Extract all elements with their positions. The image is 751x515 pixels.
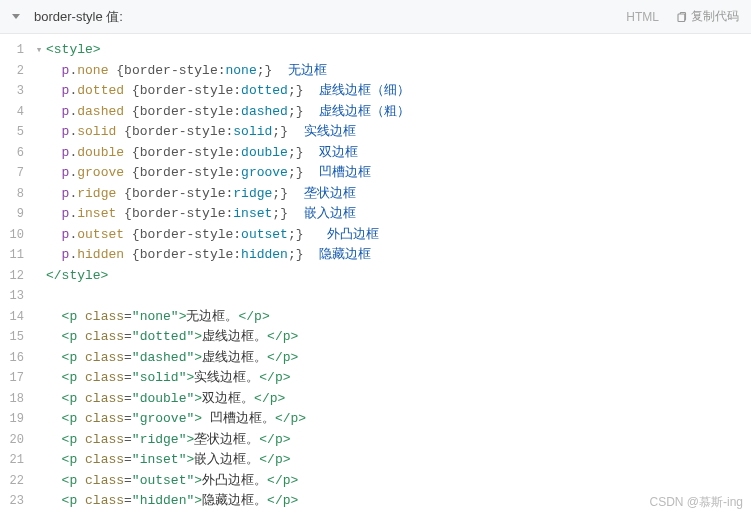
watermark: CSDN @慕斯-ing — [649, 494, 743, 511]
code-line: p.solid {border-style:solid;} 实线边框 — [46, 122, 751, 143]
code-content[interactable]: <style> p.none {border-style:none;} 无边框 … — [46, 34, 751, 512]
code-line: <p class="dotted">虚线边框。</p> — [46, 327, 751, 348]
code-line: <p class="inset">嵌入边框。</p> — [46, 450, 751, 471]
line-gutter: 1234567891011121314151617181920212223 — [0, 34, 32, 512]
copy-code-button[interactable]: 复制代码 — [675, 8, 739, 25]
code-area: 1234567891011121314151617181920212223 ▾ … — [0, 34, 751, 512]
code-line: <p class="none">无边框。</p> — [46, 307, 751, 328]
code-line: p.dashed {border-style:dashed;} 虚线边框（粗） — [46, 102, 751, 123]
language-tag: HTML — [626, 10, 659, 24]
code-line: <p class="hidden">隐藏边框。</p> — [46, 491, 751, 512]
code-line: <p class="outset">外凸边框。</p> — [46, 471, 751, 492]
fold-column: ▾ — [32, 34, 46, 512]
code-line: p.inset {border-style:inset;} 嵌入边框 — [46, 204, 751, 225]
collapse-icon[interactable] — [12, 14, 20, 19]
code-line: p.outset {border-style:outset;} 外凸边框 — [46, 225, 751, 246]
code-line: p.groove {border-style:groove;} 凹槽边框 — [46, 163, 751, 184]
copy-icon — [675, 11, 687, 23]
code-line: p.ridge {border-style:ridge;} 垄状边框 — [46, 184, 751, 205]
code-line: </style> — [46, 266, 751, 287]
code-line: p.none {border-style:none;} 无边框 — [46, 61, 751, 82]
code-line: <p class="groove"> 凹槽边框。</p> — [46, 409, 751, 430]
code-line: <style> — [46, 40, 751, 61]
code-line: <p class="ridge">垄状边框。</p> — [46, 430, 751, 451]
code-line: p.hidden {border-style:hidden;} 隐藏边框 — [46, 245, 751, 266]
copy-label: 复制代码 — [691, 8, 739, 25]
code-line: p.double {border-style:double;} 双边框 — [46, 143, 751, 164]
code-line: <p class="solid">实线边框。</p> — [46, 368, 751, 389]
svg-rect-0 — [678, 14, 685, 22]
code-header: border-style 值: HTML 复制代码 — [0, 0, 751, 34]
code-line — [46, 286, 751, 307]
code-line: p.dotted {border-style:dotted;} 虚线边框（细） — [46, 81, 751, 102]
code-line: <p class="dashed">虚线边框。</p> — [46, 348, 751, 369]
snippet-title: border-style 值: — [34, 8, 626, 26]
code-line: <p class="double">双边框。</p> — [46, 389, 751, 410]
